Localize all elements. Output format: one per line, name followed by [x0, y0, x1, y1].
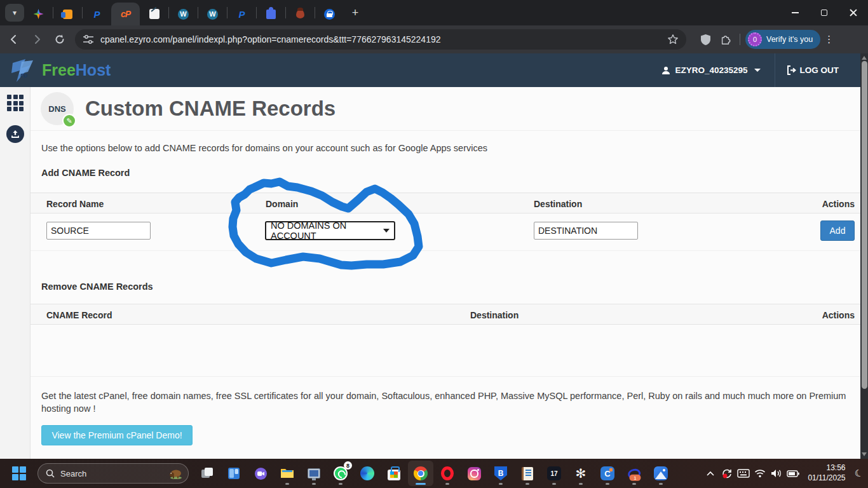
chatgpt-button[interactable]: ✻	[568, 461, 593, 486]
logout-icon	[787, 65, 796, 75]
clock-time: 13:56	[808, 463, 845, 473]
verify-label: Verify it's you	[766, 35, 813, 44]
whatsapp-badge: 8	[344, 461, 352, 470]
scroll-down-icon[interactable]	[862, 452, 867, 456]
upload-button[interactable]	[6, 125, 24, 143]
moon-icon[interactable]: ☾	[853, 467, 864, 480]
instagram-button[interactable]	[461, 461, 487, 486]
chat-button[interactable]	[248, 461, 273, 486]
user-menu[interactable]: EZYRO_40235295	[648, 53, 774, 87]
record-name-input[interactable]	[46, 222, 151, 240]
edge-button[interactable]	[355, 461, 380, 486]
keyboard-icon	[737, 469, 750, 478]
tab-search-button[interactable]: ▾	[5, 4, 24, 22]
widgets-button[interactable]	[221, 461, 247, 486]
paint-app-button[interactable]: C	[595, 461, 620, 486]
running-indicator	[312, 483, 316, 485]
premium-demo-button[interactable]: View the Premium cPanel Demo!	[41, 425, 193, 445]
notepad-icon	[522, 467, 533, 480]
start-button[interactable]	[6, 461, 32, 486]
running-indicator	[526, 483, 529, 485]
shield-icon	[700, 34, 711, 46]
battery-button[interactable]	[785, 461, 801, 486]
file-explorer-icon	[280, 468, 294, 479]
site-logo[interactable]: ro FreeHost	[9, 58, 111, 83]
whatsapp-button[interactable]: 8	[328, 461, 353, 486]
browser-menu-button[interactable]: ⋮	[824, 34, 834, 45]
apps-grid-icon[interactable]	[7, 95, 24, 111]
tab-cpanel-active[interactable]: cP	[111, 3, 140, 25]
scroll-up-icon[interactable]	[862, 56, 867, 60]
instagram-icon	[468, 467, 481, 480]
tab-orange-app[interactable]	[53, 3, 82, 25]
bookmark-star-icon[interactable]	[667, 34, 679, 45]
wordpress-icon: W	[207, 9, 218, 20]
notepad-button[interactable]	[515, 461, 540, 486]
page-title: Custom CNAME Records	[85, 97, 336, 121]
divider	[31, 376, 860, 377]
photos-button[interactable]	[648, 461, 674, 486]
taskbar-clock[interactable]: 13:56 01/11/2025	[808, 463, 845, 483]
tab-blue-p[interactable]: P	[83, 3, 111, 25]
restore-button[interactable]	[810, 0, 839, 25]
chevron-down-icon: ▾	[13, 8, 17, 17]
opera-button[interactable]	[435, 461, 460, 486]
remove-section-heading: Remove CNAME Records	[41, 281, 153, 292]
close-button[interactable]	[839, 0, 868, 25]
forward-button[interactable]	[28, 30, 46, 48]
tab-puzzle[interactable]	[257, 3, 285, 25]
search-icon	[46, 469, 55, 478]
running-indicator	[579, 483, 583, 485]
extensions-button[interactable]	[717, 30, 735, 48]
dns-label: DNS	[48, 104, 65, 114]
toolbar-right: 0 Verify it's you ⋮	[694, 30, 840, 49]
url-bar[interactable]: cpanel.ezyro.com/panel/indexpl.php?optio…	[75, 29, 686, 50]
tab-gemini[interactable]	[24, 3, 53, 25]
col-actions: Actions	[822, 304, 855, 325]
domain-select[interactable]: NO DOMAINS ON ACCOUNT	[265, 221, 395, 240]
reload-button[interactable]	[51, 30, 69, 48]
add-button[interactable]: Add	[820, 220, 855, 241]
remote-desktop-button[interactable]	[301, 461, 327, 486]
file-explorer-button[interactable]	[275, 461, 300, 486]
tray-expand-button[interactable]	[702, 461, 719, 486]
tab-lock[interactable]	[315, 3, 344, 25]
web-page: ro FreeHost EZYRO_40235295 LOG OUT	[0, 53, 868, 459]
tab-wordpress-2[interactable]: W	[198, 3, 227, 25]
ms-store-button[interactable]	[381, 461, 407, 486]
close-icon	[850, 9, 857, 17]
destination-input[interactable]	[534, 222, 638, 240]
tab-blue-p-2[interactable]: P	[227, 3, 256, 25]
sync-alert-button[interactable]	[719, 461, 735, 486]
col-record-name: Record Name	[46, 193, 104, 214]
tab-acorn[interactable]	[286, 3, 315, 25]
wifi-button[interactable]	[752, 461, 768, 486]
chrome-icon	[414, 466, 428, 480]
new-tab-button[interactable]: +	[346, 4, 364, 22]
scrollbar-thumb[interactable]	[862, 61, 867, 389]
back-button[interactable]	[5, 30, 23, 48]
glasses-app-button[interactable]: 1	[621, 461, 647, 486]
bison-icon	[168, 468, 184, 479]
chrome-button[interactable]	[408, 461, 433, 486]
tab-feather-doc[interactable]	[140, 3, 168, 25]
profile-verify-chip[interactable]: 0 Verify it's you	[745, 30, 820, 49]
task-view-button[interactable]	[194, 461, 220, 486]
logout-button[interactable]: LOG OUT	[775, 53, 842, 87]
minimize-button[interactable]	[780, 0, 810, 25]
opera-icon	[441, 466, 454, 480]
touch-keyboard-button[interactable]	[735, 461, 752, 486]
tradingview-button[interactable]: 17	[541, 461, 567, 486]
battery-icon	[787, 470, 799, 477]
taskbar-search[interactable]: Search	[37, 463, 189, 484]
shield-app-button[interactable]: B	[488, 461, 513, 486]
page-head: DNS ✎ Custom CNAME Records	[41, 92, 336, 125]
privacy-shield-button[interactable]	[696, 30, 714, 48]
screen: ▾ P cP W W P +	[0, 0, 868, 488]
select-caret-icon	[383, 229, 390, 233]
page-scrollbar[interactable]	[860, 53, 868, 459]
tab-wordpress-1[interactable]: W	[169, 3, 198, 25]
volume-button[interactable]	[768, 461, 785, 486]
col-destination: Destination	[470, 304, 519, 325]
main-content: DNS ✎ Custom CNAME Records Use the optio…	[31, 87, 860, 459]
